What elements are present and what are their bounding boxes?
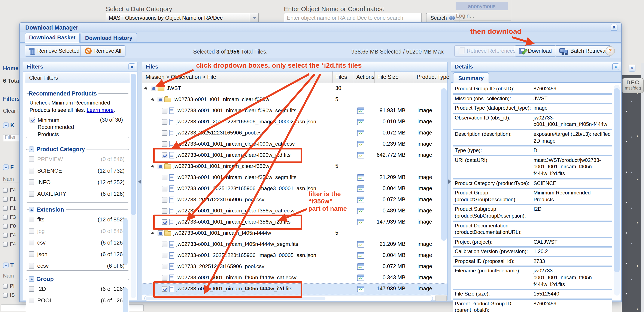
expand-arrow-icon[interactable]	[151, 98, 155, 102]
background-item[interactable]: Home	[3, 65, 18, 72]
tri-state-checkbox[interactable]	[158, 97, 163, 102]
filter-item-i2d[interactable]: I2D(6 of 126)	[29, 283, 126, 295]
checkbox[interactable]	[29, 298, 34, 303]
tab-download-basket[interactable]: Download Basket	[25, 32, 80, 43]
checkbox[interactable]	[29, 263, 34, 268]
background-item[interactable]: IS	[3, 292, 15, 298]
checkbox[interactable]	[29, 228, 34, 234]
collapse-toggle-icon[interactable]	[3, 262, 8, 268]
file-checkbox[interactable]	[162, 242, 168, 247]
learn-more-link[interactable]: Learn more	[87, 107, 114, 113]
file-row[interactable]: jw02733-o001_20251223t165906_image3_0000…	[142, 183, 448, 194]
checkbox[interactable]	[29, 191, 34, 196]
checkbox[interactable]	[3, 197, 8, 202]
collapse-left-icon[interactable]: «	[128, 64, 135, 70]
file-checkbox[interactable]	[162, 253, 168, 258]
checkbox[interactable]	[3, 188, 8, 192]
background-item[interactable]: Filters	[3, 96, 20, 102]
fieldset-scrollbar[interactable]	[123, 218, 128, 265]
tab-summary[interactable]: Summary	[453, 72, 489, 83]
file-row[interactable]: jw02733_20251223t165906_pool.csv0.072 MB…	[142, 194, 448, 206]
collapse-right-icon[interactable]: »	[612, 64, 619, 70]
checkbox[interactable]	[3, 206, 8, 210]
data-category-select[interactable]: MAST Observations by Object Name or RA/D…	[106, 13, 259, 23]
file-checkbox[interactable]	[162, 208, 168, 214]
file-row[interactable]: jw02733-o001_20251223t165906_image3_0000…	[142, 250, 448, 261]
remove-selected-button[interactable]: Remove Selected	[25, 46, 84, 56]
filter-item-info[interactable]: INFO(12 of 252)	[29, 176, 126, 188]
file-checkbox[interactable]	[162, 130, 168, 136]
tri-state-checkbox[interactable]	[158, 164, 163, 169]
background-item[interactable]: F3	[3, 214, 16, 220]
file-checkbox[interactable]	[162, 186, 168, 192]
file-row[interactable]: jw02733-o001_t001_nircam_f405n-f444w_seg…	[142, 239, 448, 250]
collapse-toggle-icon[interactable]	[29, 207, 34, 212]
file-checkbox[interactable]	[162, 264, 168, 270]
expand-arrow-icon[interactable]	[144, 86, 148, 91]
tab-download-history[interactable]: Download History	[80, 32, 137, 43]
checkbox[interactable]	[29, 252, 34, 257]
close-icon[interactable]: X	[610, 24, 618, 31]
details-scrollbar[interactable]	[614, 85, 620, 296]
collapse-toggle-icon[interactable]	[3, 164, 8, 170]
checkbox[interactable]	[3, 224, 8, 228]
collapse-toggle-icon[interactable]	[29, 146, 34, 152]
minimum-recommended-checkbox[interactable]	[30, 117, 35, 122]
collapse-toggle-icon[interactable]	[3, 122, 8, 128]
splitter-filters-files[interactable]	[138, 62, 142, 300]
column-actions[interactable]: Actions	[356, 74, 374, 80]
collapse-toggle-icon[interactable]	[29, 276, 34, 282]
filter-item-fits[interactable]: fits(12 of 852)	[29, 214, 126, 225]
dialog-titlebar[interactable]: Download Manager X	[20, 23, 621, 32]
tri-state-checkbox[interactable]	[151, 86, 156, 91]
clear-filters-button[interactable]: Clear Filters	[25, 73, 130, 83]
column-files[interactable]: Files	[335, 74, 347, 80]
filter-item-auxiliary[interactable]: AUXILIARY(6 of 126)	[29, 188, 126, 200]
file-row[interactable]: jw02733_20251223t165906_pool.csv0.072 MB…	[142, 128, 448, 139]
object-search-input[interactable]	[284, 13, 422, 23]
column-product-type[interactable]: Product Type	[417, 74, 450, 80]
splitter-files-details[interactable]	[448, 62, 451, 300]
fieldset-scrollbar[interactable]	[123, 287, 128, 312]
file-checkbox[interactable]	[162, 119, 168, 125]
download-button[interactable]: Download	[515, 46, 556, 56]
filter-item-json[interactable]: json(6 of 126)	[29, 248, 126, 260]
batch-retrieval-button[interactable]: Batch Retrieval	[555, 46, 611, 56]
tree-group-row[interactable]: jw02733-o001_t001_nircam_clear-f090w5	[142, 94, 448, 105]
background-item[interactable]: F4	[3, 241, 16, 247]
checkbox[interactable]	[29, 180, 34, 185]
tri-state-checkbox[interactable]	[158, 230, 163, 236]
tree-group-row[interactable]: JWST30	[142, 83, 448, 94]
file-checkbox[interactable]	[162, 108, 168, 114]
checkbox[interactable]	[29, 217, 34, 222]
checkbox[interactable]	[3, 284, 8, 288]
dec-units-button[interactable]: DEC mss/deg	[622, 78, 644, 93]
checkbox[interactable]	[3, 242, 8, 246]
page-scrollbar[interactable]	[641, 64, 644, 312]
background-item[interactable]: F4	[3, 232, 16, 238]
expand-arrow-icon[interactable]	[151, 164, 155, 169]
files-column-header[interactable]: Mission > Observation > File Files Actio…	[142, 72, 448, 83]
file-checkbox[interactable]	[162, 141, 168, 147]
checkbox[interactable]	[3, 233, 8, 238]
checkbox[interactable]	[29, 286, 34, 292]
expand-arrow-icon[interactable]	[151, 231, 155, 236]
checkbox[interactable]	[29, 156, 34, 162]
filters-scrollbar[interactable]	[130, 74, 136, 298]
login-link[interactable]: Login...	[456, 12, 474, 19]
help-button[interactable]: ?	[606, 46, 615, 56]
remove-all-button[interactable]: Remove All	[80, 46, 126, 56]
filter-item-preview[interactable]: PREVIEW(0 of 846)	[29, 153, 126, 165]
retrieve-references-button[interactable]: Retrieve References	[454, 46, 520, 56]
files-vertical-scrollbar[interactable]	[441, 88, 446, 241]
background-item[interactable]: F4	[3, 187, 16, 193]
filter-item-jpg[interactable]: jpg(0 of 846)	[29, 225, 126, 237]
background-item[interactable]: F0	[3, 223, 16, 229]
checkbox[interactable]	[3, 215, 8, 220]
file-checkbox[interactable]	[162, 197, 168, 202]
background-item[interactable]: F1	[3, 205, 16, 211]
file-checkbox[interactable]	[162, 275, 168, 280]
filter-item-csv[interactable]: csv(6 of 126)	[29, 237, 126, 248]
background-item[interactable]: Pl	[3, 283, 14, 289]
background-item[interactable]: F1	[3, 196, 16, 202]
